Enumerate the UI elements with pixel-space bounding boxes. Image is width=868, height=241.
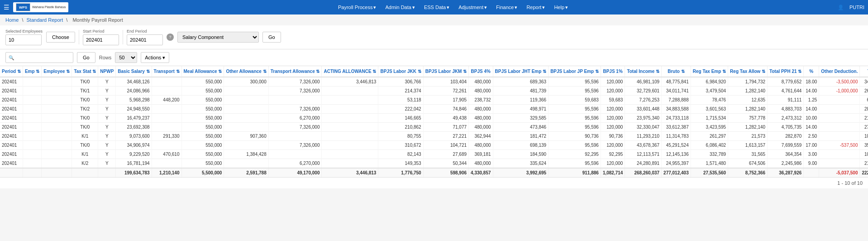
table-cell: 480,000 <box>469 114 493 123</box>
table-cell: Y <box>98 96 116 105</box>
table-cell: 7,276,253 <box>625 96 662 105</box>
sort-icon-basic: ⇅ <box>146 69 150 74</box>
col-other-allowance[interactable]: Other Allowance ⇅ <box>224 66 268 77</box>
col-emp[interactable]: Emp ⇅ <box>23 66 41 77</box>
menu-payroll-process[interactable]: Payroll Process ▾ <box>334 3 380 12</box>
col-transport[interactable]: Transport ⇅ <box>152 66 181 77</box>
col-reg-tax-allow[interactable]: Reg Tax Allow ⇅ <box>728 66 768 77</box>
col-transport-allowance[interactable]: Transport Allowance ⇅ <box>268 66 322 77</box>
question-icon[interactable]: ? <box>167 34 174 41</box>
sort-icon-jp: ⇅ <box>595 69 599 74</box>
table-cell: 7,326,000 <box>268 123 322 132</box>
table-cell <box>224 105 268 114</box>
table-cell <box>819 159 860 169</box>
table-cell: 480,000 <box>469 77 493 87</box>
col-npwp[interactable]: NPWP <box>98 66 116 77</box>
menu-help[interactable]: Help ▾ <box>550 3 572 12</box>
table-cell: 9,073,600 <box>116 132 152 141</box>
help-arrow-icon: ▾ <box>565 5 568 10</box>
table-cell: 7,288,888 <box>662 96 691 105</box>
table-cell: 202401 <box>0 159 23 169</box>
menu-adjustment[interactable]: Adjustment ▾ <box>455 3 491 12</box>
col-acting-allowance[interactable]: ACTING ALLOWANCE ⇅ <box>322 66 378 77</box>
actions-button[interactable]: Actions ▾ <box>141 52 169 63</box>
table-cell: 202401 <box>0 150 23 159</box>
breadcrumb-home[interactable]: Home <box>5 17 19 23</box>
table-cell <box>42 159 72 169</box>
table-cell <box>268 96 322 105</box>
menu-ess-data[interactable]: ESS Data ▾ <box>420 3 453 12</box>
table-cell: 550,000 <box>181 114 224 123</box>
table-cell <box>152 141 181 150</box>
table-cell: 59,683 <box>601 96 625 105</box>
table-cell: 24,280,891 <box>625 159 662 169</box>
table-cell: -537,500 <box>819 141 860 150</box>
col-bpjs-1[interactable]: BPJS 1% <box>601 66 625 77</box>
col-reg-tax-emp[interactable]: Reg Tax Emp ⇅ <box>691 66 728 77</box>
table-cell: 1,794,732 <box>728 77 768 87</box>
col-percent[interactable]: % <box>804 66 819 77</box>
table-row: 202401TK/2Y24,948,550550,0007,326,000222… <box>0 105 868 114</box>
col-bpjs-4[interactable]: BPJS 4% <box>469 66 493 77</box>
col-tax-stat[interactable]: Tax Stat ⇅ <box>72 66 98 77</box>
menu-admin-data[interactable]: Admin Data ▾ <box>382 3 418 12</box>
footer-cell <box>804 168 819 177</box>
table-row: 202401TK/0Y34,906,974550,0007,326,000310… <box>0 141 868 150</box>
col-period[interactable]: Period ⇅ <box>0 66 23 77</box>
menu-report[interactable]: Report ▾ <box>523 3 548 12</box>
table-cell: 17,905 <box>423 96 468 105</box>
adjustment-arrow-icon: ▾ <box>484 5 487 10</box>
start-period-input[interactable] <box>83 34 119 45</box>
table-cell: Y <box>98 150 116 159</box>
table-row: 202401K/2Y16,781,194550,0006,270,000149,… <box>0 159 868 169</box>
rows-select[interactable]: 50 25 100 <box>115 52 137 63</box>
col-bpjs-jp[interactable]: BPJS Labor JP Emp ⇅ <box>548 66 601 77</box>
menu-finance[interactable]: Finance ▾ <box>492 3 521 12</box>
col-meal-allowance[interactable]: Meal Allowance ⇅ <box>181 66 224 77</box>
col-bpjs-jht[interactable]: BPJS Labor JHT Emp ⇅ <box>493 66 548 77</box>
search-input[interactable] <box>16 55 70 60</box>
sort-icon-other: ⇅ <box>263 69 267 74</box>
footer-cell: 36,287,926 <box>768 168 804 177</box>
col-bruto[interactable]: Bruto ⇅ <box>662 66 691 77</box>
table-cell: 48,775,841 <box>662 77 691 87</box>
table-cell <box>42 87 72 96</box>
hamburger-icon[interactable]: ☰ <box>4 4 10 11</box>
footer-cell: 268,260,037 <box>625 168 662 177</box>
table-cell <box>268 150 322 159</box>
footer-cell: 1,210,140 <box>152 168 181 177</box>
col-other-deduction[interactable]: Other Deduction. <box>819 66 860 77</box>
table-cell <box>152 159 181 169</box>
table-cell: 202401 <box>0 114 23 123</box>
col-total-pph21[interactable]: Total PPH 21 ⇅ <box>768 66 804 77</box>
sort-icon-meal: ⇅ <box>218 69 222 74</box>
col-bpjs-jkk[interactable]: BPJS Labor JKK ⇅ <box>378 66 423 77</box>
table-cell: 10,198,049 <box>860 132 868 141</box>
table-cell: 222,042 <box>378 105 423 114</box>
selected-employees-label: Selected Employees <box>5 29 43 34</box>
go-button[interactable]: Go <box>262 32 281 43</box>
table-cell: 480,000 <box>469 87 493 96</box>
table-cell: 18.00 <box>804 77 819 87</box>
col-total-income[interactable]: Total Income ⇅ <box>625 66 662 77</box>
table-cell <box>224 114 268 123</box>
table-cell: 23,975,340 <box>625 114 662 123</box>
selected-employees-input[interactable] <box>5 34 42 45</box>
table-footer: 1 - 10 of 10 <box>0 177 868 188</box>
footer-cell <box>23 168 41 177</box>
end-period-input[interactable] <box>127 34 163 45</box>
table-row: 202401TK/0Y16,479,237550,0006,270,000146… <box>0 114 868 123</box>
table-cell: 71,077 <box>423 123 468 132</box>
search-go-button[interactable]: Go <box>77 52 95 63</box>
table-toolbar: 🔍 Go Rows 50 25 100 Actions ▾ <box>0 49 868 66</box>
table-cell: 104,721 <box>423 141 468 150</box>
salary-component-select[interactable]: Salary Component <box>177 32 259 43</box>
col-employee[interactable]: Employee ⇅ <box>42 66 72 77</box>
table-cell: TK/0 <box>72 114 98 123</box>
breadcrumb-standard-report[interactable]: Standard Report <box>27 17 63 23</box>
col-bpjs-jkm[interactable]: BPJS Labor JKM ⇅ <box>423 66 468 77</box>
col-basic-salary[interactable]: Basic Salary ⇅ <box>116 66 152 77</box>
col-thp[interactable]: THP ⇅ <box>860 66 868 77</box>
table-cell: TK/0 <box>72 77 98 87</box>
choose-button[interactable]: Choose <box>46 32 75 43</box>
